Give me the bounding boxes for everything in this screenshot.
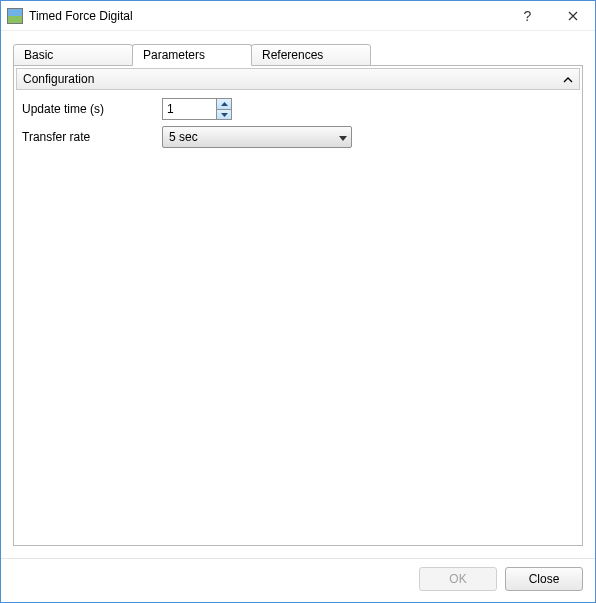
configuration-group-header[interactable]: Configuration [16,68,580,90]
window-title: Timed Force Digital [29,9,133,23]
transfer-rate-label: Transfer rate [22,130,162,144]
close-button[interactable]: Close [505,567,583,591]
dropdown-arrow-icon [339,130,347,144]
dialog-body: Basic Parameters References Configuratio… [1,31,595,546]
app-icon [7,8,23,24]
transfer-rate-select[interactable]: 5 sec [162,126,352,148]
tab-label: References [262,48,323,62]
chevron-up-icon [563,72,573,86]
tab-label: Basic [24,48,53,62]
transfer-rate-value: 5 sec [169,130,198,144]
tab-references[interactable]: References [251,44,371,66]
help-button[interactable]: ? [505,1,550,30]
row-transfer-rate: Transfer rate 5 sec [22,124,574,150]
title-bar: Timed Force Digital ? [1,1,595,31]
spinner-buttons [216,98,232,120]
tab-page-parameters: Configuration Update time (s) [13,65,583,546]
spinner-down-button[interactable] [217,109,231,119]
caret-down-icon [221,113,228,117]
button-label: Close [529,572,560,586]
update-time-input[interactable] [162,98,216,120]
tab-parameters[interactable]: Parameters [132,44,252,66]
dialog-footer: OK Close [1,558,595,602]
button-label: OK [449,572,466,586]
update-time-spinner [162,98,232,120]
close-icon [568,11,578,21]
ok-button[interactable]: OK [419,567,497,591]
caret-up-icon [221,102,228,106]
tab-label: Parameters [143,48,205,62]
close-window-button[interactable] [550,1,595,30]
dialog-window: Timed Force Digital ? Basic Parameters R… [0,0,596,603]
row-update-time: Update time (s) [22,96,574,122]
tab-basic[interactable]: Basic [13,44,133,66]
configuration-group-body: Update time (s) [16,90,580,152]
update-time-label: Update time (s) [22,102,162,116]
group-title: Configuration [23,72,94,86]
spinner-up-button[interactable] [217,99,231,109]
tab-strip: Basic Parameters References [13,43,583,65]
